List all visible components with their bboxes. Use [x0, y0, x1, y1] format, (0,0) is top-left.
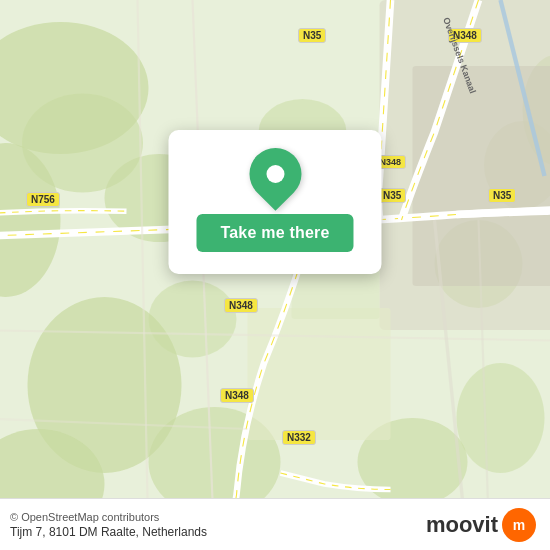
- svg-point-7: [457, 363, 545, 473]
- road-label-n35-mid: N35: [378, 188, 406, 203]
- svg-point-12: [22, 94, 143, 193]
- road-label-n332: N332: [282, 430, 316, 445]
- map-container: N35 N348 N35 N35;N348 N756 N348 N35 N348…: [0, 0, 550, 550]
- road-label-n35-top: N35: [298, 28, 326, 43]
- moovit-logo: moovit m: [426, 508, 536, 542]
- svg-rect-17: [248, 308, 391, 440]
- road-label-n35-right: N35: [488, 188, 516, 203]
- take-me-there-button[interactable]: Take me there: [196, 214, 353, 252]
- popup-card: Take me there: [168, 130, 381, 274]
- svg-point-11: [149, 281, 237, 358]
- road-label-n348-bot: N348: [220, 388, 254, 403]
- road-label-n756: N756: [26, 192, 60, 207]
- svg-rect-16: [413, 66, 551, 286]
- moovit-logo-text: moovit: [426, 512, 498, 538]
- copyright-text: © OpenStreetMap contributors: [10, 511, 207, 523]
- road-label-n348-mid: N348: [224, 298, 258, 313]
- location-pin: [238, 137, 312, 211]
- bottom-bar: © OpenStreetMap contributors Tijm 7, 810…: [0, 498, 550, 550]
- moovit-logo-icon: m: [502, 508, 536, 542]
- location-text: Tijm 7, 8101 DM Raalte, Netherlands: [10, 525, 207, 539]
